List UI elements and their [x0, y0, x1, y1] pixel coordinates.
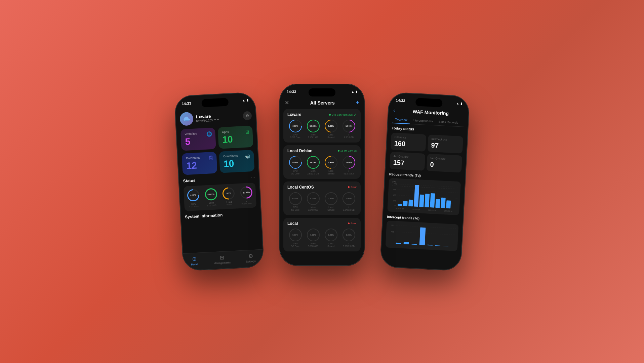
home-icon: ⊙: [192, 256, 197, 263]
dynamic-island-3: [415, 98, 443, 107]
load-label: Load%d-w: [227, 201, 232, 206]
bottom-navigation: ⊙ Home ⊞ Managements ⚙ Settings: [183, 249, 264, 270]
tab-interception[interactable]: Interception Re: [410, 117, 436, 125]
svg-line-1: [397, 190, 458, 193]
lxware-cpu-gauge: 0.00%: [286, 117, 305, 135]
server-list: Lxware 24d 16h 46m 33s ✓ 0.00%: [280, 109, 364, 256]
tab-overview[interactable]: Overview: [392, 116, 410, 124]
status-header: Status ···: [183, 174, 255, 184]
server-lxware-uptime: 24d 16h 46m 33s: [329, 113, 353, 116]
dynamic-island: [201, 98, 229, 107]
debian-mem-label: Mem2.8/11.7 GB: [307, 170, 319, 175]
requests-value: 160: [394, 139, 422, 149]
add-server-button[interactable]: +: [356, 99, 359, 106]
volume-down-button-2: [280, 123, 280, 132]
apps-icon: ⊞: [245, 129, 249, 135]
containers-card[interactable]: 🐋 Containers 10: [219, 150, 254, 173]
stat-interceptions: Interceptions 97: [428, 134, 464, 153]
battery-icon-2: ▮: [356, 90, 357, 93]
local-load: 0.00% LoadServed: [323, 229, 339, 248]
system-info-title: System Information: [185, 211, 257, 219]
error-dot-2: [348, 223, 350, 224]
server-debian[interactable]: Local Debian 1d 9h 23m 3s 0.00%: [283, 145, 361, 179]
lxware-cpu: 0.00% CPU0.0/2 Core: [287, 120, 303, 139]
nav-home[interactable]: ⊙ Home: [191, 256, 198, 266]
status-gauges: 0.00% CPU0.0/2 Core 58.02% Mem3.1/5.1 GB…: [184, 183, 257, 211]
databases-card[interactable]: 🗄 Databases 12: [182, 152, 217, 175]
5xx-value: 0: [430, 161, 458, 170]
servers-header: ✕ All Servers +: [280, 98, 364, 109]
svg-rect-17: [441, 198, 445, 208]
server-lxware-header: Lxware 24d 16h 46m 33s ✓: [287, 112, 357, 117]
svg-line-24: [395, 232, 456, 235]
request-chart-svg: 778 600 400 200 0: [387, 178, 461, 215]
centos-cpu-gauge: 0.00%: [289, 192, 302, 205]
server-lxware[interactable]: Lxware 24d 16h 46m 33s ✓ 0.00%: [283, 109, 361, 143]
centos-load: 0.00% LoadServed: [323, 192, 339, 212]
centos-mem-label: Mem0.0/0.0 GB: [308, 206, 318, 212]
tab-block-records[interactable]: Block Records: [436, 118, 461, 126]
local-io-label: /0.3/58.9 GB: [343, 242, 355, 248]
apps-card[interactable]: ⊞ Apps 10: [218, 126, 253, 149]
svg-rect-32: [435, 245, 441, 246]
databases-value: 12: [186, 159, 213, 171]
server-centos[interactable]: Local CentOS Error 0.00% CPU5/0 Core: [283, 182, 361, 215]
svg-text:682: 682: [392, 224, 395, 226]
server-centos-name: Local CentOS: [287, 185, 314, 190]
volume-up-button-2: [280, 111, 280, 121]
settings-button[interactable]: ⚙: [243, 111, 252, 120]
globe-icon: 🌐: [206, 131, 212, 137]
stat-5xx: 5xx Quantity 0: [427, 154, 462, 172]
lxware-load-label: LoadServed: [327, 133, 334, 139]
apps-value: 10: [222, 133, 249, 145]
centos-io-gauge: 0.00%: [343, 192, 355, 205]
load-gauge: 1.67% Load%d-w: [222, 187, 235, 206]
cpu-label: CPU0.0/2 Core: [189, 202, 199, 207]
server-lxware-gauges: 0.00% CPU0.0/2 Core 58.09% Mem3.1/5.1 GB: [287, 120, 357, 139]
centos-load-gauge: 0.00%: [325, 192, 337, 205]
svg-text:400: 400: [393, 194, 396, 196]
lxware-load: 1.00% LoadServed: [323, 120, 339, 139]
stat-4xx: 4xx Quantity 157: [390, 152, 426, 171]
svg-line-0: [398, 184, 459, 187]
local-cpu: 0.00% CPU5/0 Core: [287, 229, 303, 248]
servers-title: All Servers: [310, 100, 335, 106]
today-status-title: Today status: [392, 126, 464, 134]
svg-rect-33: [443, 246, 448, 246]
request-trends-chart: 778 778 600 400: [387, 178, 461, 215]
svg-rect-13: [419, 195, 424, 207]
waf-title: WAF Monitoring: [398, 108, 464, 117]
more-options[interactable]: ···: [251, 174, 255, 180]
containers-value: 10: [223, 157, 250, 169]
lxware-io-label: /9.3/18 GB: [344, 133, 354, 139]
status-icons-3: ▲ ▮: [456, 102, 462, 106]
server-local-gauges: 0.00% CPU5/0 Core 0.00% Mem0.0/0.0 GB: [287, 229, 357, 248]
websites-value: 5: [185, 135, 212, 147]
lxware-mem: 58.09% Mem3.1/5.1 GB: [305, 120, 321, 139]
svg-rect-31: [427, 245, 433, 246]
nav-managements[interactable]: ⊞ Managements: [213, 254, 231, 265]
svg-rect-28: [404, 242, 409, 244]
websites-card[interactable]: 🌐 Websites 5: [180, 127, 216, 151]
status-icons-2: ▲ ▮: [351, 90, 357, 93]
status-icons: ▲ ▮: [242, 98, 248, 102]
online-dot-2: [338, 150, 339, 152]
back-button[interactable]: ‹: [393, 108, 395, 114]
svg-text:778: 778: [394, 183, 397, 185]
status-time-3: 14:33: [396, 98, 405, 103]
local-mem: 0.00% Mem0.0/0.0 GB: [305, 229, 321, 248]
cpu-circle: 0.00%: [185, 187, 202, 204]
nav-settings[interactable]: ⚙ Settings: [245, 253, 255, 263]
server-local[interactable]: Local Error 0.00% CPU5/0 Core: [283, 218, 361, 251]
status-title: Status: [183, 178, 195, 184]
svg-rect-27: [396, 243, 401, 244]
lxware-mem-label: Mem3.1/5.1 GB: [308, 133, 318, 139]
load-circle: 1.67%: [220, 185, 237, 202]
debian-mem: 24.28% Mem2.8/11.7 GB: [305, 156, 321, 175]
error-dot: [348, 186, 350, 188]
svg-rect-30: [419, 227, 426, 245]
5xx-label: 5xx Quantity: [430, 157, 458, 161]
close-button[interactable]: ✕: [285, 99, 289, 106]
svg-rect-9: [398, 204, 402, 206]
debian-io: 32.64% /51.5/108.4: [341, 156, 357, 175]
